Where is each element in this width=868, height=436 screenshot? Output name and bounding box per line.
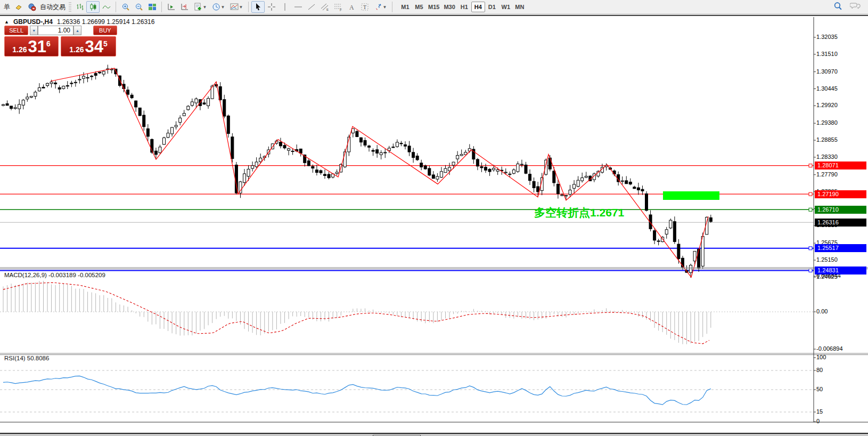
zigzag-line[interactable] — [51, 68, 708, 277]
collapse-arrow-icon[interactable]: ▲ — [4, 19, 9, 25]
one-click-trading-panel: SELL ▼ 1.00 ▲ BUY 1.26 31 6 1.26 34 5 — [4, 26, 117, 56]
candle-body — [26, 97, 29, 99]
candle-body — [231, 137, 234, 159]
y-axis-tick-label: 1.27790 — [816, 171, 838, 177]
candle-body — [207, 99, 210, 106]
candle-body — [179, 118, 182, 122]
y-axis-tick-label: 1.30445 — [816, 85, 838, 92]
candle-body — [633, 187, 636, 189]
rsi-indicator-label: RSI(14) 50.8086 — [4, 355, 49, 361]
price-level-badge: 1.26710 — [815, 206, 866, 214]
candle-body — [315, 170, 318, 173]
sell-button[interactable]: SELL — [4, 26, 28, 35]
sell-price-major: 1.26 — [12, 45, 27, 54]
volume-down-button[interactable]: ▼ — [30, 26, 38, 35]
sell-price-point: 6 — [46, 39, 51, 48]
candle-body — [227, 116, 230, 133]
candle-body — [247, 169, 250, 176]
symbol-label: GBPUSD-,H4 — [13, 18, 53, 26]
candle-body — [709, 217, 712, 221]
level-handle[interactable] — [809, 269, 812, 272]
y-axis-tick-label: 1.28330 — [816, 154, 838, 160]
candle-body — [585, 176, 587, 177]
ohlc-label: 1.26336 1.26699 1.25914 1.26316 — [57, 18, 155, 26]
candle-body — [14, 108, 17, 109]
candle-body — [372, 150, 374, 151]
candle-body — [299, 149, 302, 153]
candle-body — [78, 79, 81, 80]
candle-body — [665, 230, 668, 235]
candle-body — [404, 144, 407, 146]
candle-body — [384, 152, 387, 153]
candle-body — [356, 132, 358, 137]
candle-body — [259, 158, 262, 162]
volume-up-button[interactable]: ▲ — [73, 26, 81, 35]
candle-body — [577, 180, 579, 187]
chart-title: ▲ GBPUSD-,H4 1.26336 1.26699 1.25914 1.2… — [4, 18, 154, 26]
price-level-badge: 1.28071 — [815, 162, 866, 169]
candle-body — [175, 125, 177, 127]
level-handle[interactable] — [809, 247, 812, 250]
buy-price-display[interactable]: 1.26 34 5 — [61, 36, 116, 56]
candle-body — [432, 175, 435, 179]
candle-body — [657, 241, 660, 241]
sell-price-display[interactable]: 1.26 31 6 — [4, 36, 59, 56]
level-handle[interactable] — [809, 164, 812, 167]
candle-body — [653, 231, 656, 240]
candle-body — [677, 244, 680, 259]
macd-axis-label: -0.006894 — [816, 345, 843, 352]
candle-body — [324, 174, 326, 175]
candle-body — [312, 166, 314, 168]
candle-body — [6, 104, 9, 106]
candle-body — [496, 169, 499, 171]
candle-body — [629, 182, 632, 184]
candle-body — [58, 87, 61, 89]
candle-body — [517, 164, 519, 172]
buy-button[interactable]: BUY — [93, 26, 117, 35]
candle-body — [476, 159, 479, 166]
candle-body — [525, 165, 527, 173]
candle-body — [54, 83, 57, 84]
candle-body — [18, 104, 21, 109]
candle-body — [701, 236, 704, 266]
rsi-axis-label: 50 — [816, 386, 823, 392]
candle-body — [183, 114, 185, 116]
candle-body — [488, 169, 491, 172]
candle-body — [565, 196, 568, 196]
y-axis-tick-label: 1.28855 — [816, 136, 838, 143]
candle-body — [396, 142, 398, 147]
rsi-line — [3, 376, 711, 405]
candle-body — [364, 140, 366, 145]
candle-body — [512, 170, 515, 174]
candle-body — [581, 178, 584, 181]
candle-body — [452, 162, 455, 165]
pivot-zone-rect[interactable] — [663, 191, 719, 200]
chart-canvas[interactable] — [0, 1, 868, 436]
pivot-annotation: 多空转折点1.2671 — [534, 205, 624, 220]
candle-body — [537, 187, 539, 192]
candle-body — [191, 102, 193, 106]
candle-body — [493, 168, 495, 170]
candle-body — [223, 100, 226, 116]
candle-body — [243, 174, 246, 182]
candle-body — [645, 193, 648, 210]
chart-window: ▲ GBPUSD-,H4 1.26336 1.26699 1.25914 1.2… — [0, 15, 868, 433]
candle-body — [255, 162, 258, 167]
level-handle[interactable] — [809, 208, 812, 211]
candle-body — [307, 161, 310, 166]
level-handle[interactable] — [809, 192, 812, 196]
candle-body — [291, 151, 294, 151]
macd-indicator-label: MACD(12,26,9) -0.003189 -0.005209 — [4, 272, 105, 278]
candle-body — [279, 142, 282, 146]
candle-body — [34, 92, 37, 96]
candle-body — [203, 103, 206, 104]
candle-body — [448, 167, 451, 171]
candle-body — [251, 166, 254, 168]
candle-body — [400, 143, 403, 144]
candle-body — [283, 146, 286, 148]
volume-input[interactable]: 1.00 — [38, 26, 73, 35]
bottom-strip — [0, 433, 868, 436]
price-level-badge: 1.27190 — [815, 190, 866, 198]
candle-body — [46, 83, 49, 85]
y-axis-tick-label: 1.29920 — [816, 102, 838, 108]
